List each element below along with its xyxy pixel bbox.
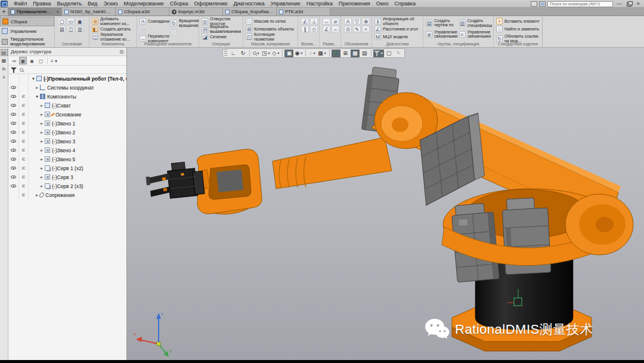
new-tab-button[interactable]: + bbox=[0, 8, 8, 16]
geometry-collection-button[interactable]: ◰ Коллекция геометрии bbox=[246, 33, 296, 41]
menu-select[interactable]: Выделить bbox=[54, 0, 85, 8]
render-style-icon[interactable]: ◉▼ bbox=[294, 50, 304, 57]
linear-dim-icon[interactable]: ↔ bbox=[323, 18, 330, 24]
angle-dim-icon[interactable]: ∠ bbox=[323, 26, 330, 32]
tree-structure-icon[interactable]: ▣ bbox=[19, 57, 27, 64]
move-xy-icon[interactable]: + bbox=[332, 50, 340, 57]
tree-row-mates[interactable]: Є ▸ Сопряжения bbox=[8, 190, 126, 199]
graphics-viewport[interactable]: ∟ ↻ ▼ ◳▼ ◇▼ ▣ ◉▼ ◌▼ ▦▼ + ⊞ ▩ ▤ ▼ ▢ ✎ bbox=[127, 48, 644, 363]
export-icon[interactable]: ▥ bbox=[76, 26, 83, 32]
ribbon-tab-assembly[interactable]: Сборка bbox=[0, 17, 54, 26]
scene-icon[interactable]: ▩ bbox=[351, 50, 360, 57]
expand-arrow-icon[interactable]: ▾ bbox=[35, 94, 39, 99]
app-logo-icon[interactable] bbox=[1, 1, 8, 7]
tree-display-icon[interactable]: ◉ bbox=[28, 57, 36, 64]
tree-row-link2[interactable]: Є ▸ (-)Звено 2 bbox=[8, 128, 126, 137]
eye-icon[interactable] bbox=[11, 122, 16, 125]
tree-row-link4[interactable]: Є ▸ (-)Звено 4 bbox=[8, 146, 126, 155]
wave-icon[interactable]: ≈ bbox=[362, 26, 370, 32]
include-icon[interactable]: Є bbox=[19, 190, 29, 199]
filter-icon[interactable] bbox=[11, 67, 17, 73]
eye-icon[interactable] bbox=[11, 184, 16, 187]
ribbon-tab-solid-modeling[interactable]: Твердотельное моделирование bbox=[0, 36, 54, 47]
manage-linked-specs-button[interactable]: ≡ Управление связанными с... bbox=[459, 29, 492, 40]
preview-icon[interactable]: ◫ bbox=[67, 26, 75, 32]
expand-arrow-icon[interactable]: ▸ bbox=[39, 175, 44, 180]
aux-parallel-icon[interactable]: ∥ bbox=[301, 26, 309, 32]
copy-icon[interactable]: ⊞ bbox=[341, 50, 350, 57]
clip-view-icon[interactable]: ▦▼ bbox=[317, 50, 327, 57]
object-info-button[interactable]: ℹ Информация об объекте bbox=[374, 17, 421, 25]
command-search-input[interactable] bbox=[547, 1, 613, 7]
tab-ht160[interactable]: ht160_6p_hsk40_est_... bbox=[62, 8, 116, 16]
eye-icon[interactable] bbox=[11, 95, 16, 98]
eye-icon[interactable] bbox=[11, 113, 16, 116]
expand-arrow-icon[interactable]: ▸ bbox=[39, 148, 44, 153]
tree-row-gripper[interactable]: Є ▸ (-)Схват bbox=[8, 101, 126, 110]
copy-objects-button[interactable]: ⊞ Копировать объекты bbox=[246, 25, 296, 33]
mirror-component-button[interactable]: ◫ Зеркальное отражение ко... bbox=[92, 33, 135, 41]
tolerance-icon[interactable]: ⊕ bbox=[362, 18, 370, 24]
aux-axis-icon[interactable]: ∠ bbox=[301, 18, 309, 24]
tree-filter-row[interactable] bbox=[8, 66, 126, 74]
distance-angle-button[interactable]: ∠ Расстояние и угол bbox=[374, 25, 421, 33]
eye-icon[interactable] bbox=[11, 86, 16, 89]
menu-help[interactable]: Справка bbox=[392, 0, 419, 8]
expand-arrow-icon[interactable]: ▸ bbox=[39, 157, 44, 162]
aux-point-icon[interactable]: ◇ bbox=[310, 26, 318, 32]
eye-icon[interactable] bbox=[11, 104, 16, 107]
ribbon-tab-management[interactable]: Управление bbox=[0, 26, 54, 36]
tab-rtk[interactable]: РТК.a3d bbox=[277, 8, 330, 16]
eye-icon[interactable] bbox=[11, 140, 16, 143]
gear-icon[interactable]: ⚙ bbox=[119, 49, 124, 55]
include-icon[interactable]: Є bbox=[19, 92, 29, 101]
relations-dropdown[interactable]: ≡ ▾ bbox=[50, 57, 58, 64]
grid-array-button[interactable]: ∷ Массив по сетке bbox=[246, 17, 296, 25]
eye-icon[interactable] bbox=[11, 167, 16, 170]
tree-row-servo1[interactable]: Є ▸ (-)Серв 1 (x2) bbox=[8, 164, 126, 173]
open-doc-icon[interactable]: ▭ bbox=[67, 18, 75, 24]
expand-arrow-icon[interactable]: ▸ bbox=[35, 85, 39, 90]
tab-korobka[interactable]: Сборка_КоробкаСк... bbox=[223, 8, 277, 16]
toolbar-drag-handle[interactable] bbox=[224, 50, 227, 57]
filter-icon[interactable]: ▼ bbox=[373, 50, 384, 57]
plane-icon[interactable]: ◇▼ bbox=[271, 50, 280, 57]
tree-row-robot-root[interactable]: ▾ (-)Промышленный робот (Тел-0, Сборочны… bbox=[8, 74, 126, 83]
tree-row-servo3[interactable]: Є ▸ (-)Серв 3 bbox=[8, 173, 126, 182]
leader-icon[interactable]: ✎ bbox=[353, 26, 361, 32]
eye-icon[interactable] bbox=[11, 176, 16, 179]
menu-window[interactable]: Окно bbox=[373, 0, 392, 8]
minimize-button[interactable]: — bbox=[615, 1, 624, 7]
add-component-button[interactable]: ⊞ Добавить компонент из... bbox=[92, 17, 135, 25]
include-icon[interactable]: Є bbox=[19, 110, 29, 119]
cut-extrude-button[interactable]: ⊟ Вырезать выдавливанием bbox=[202, 25, 241, 33]
orientation-icon[interactable]: ◳▼ bbox=[261, 50, 271, 57]
simple-hole-button[interactable]: ◎ Отверстие простое bbox=[202, 17, 241, 25]
tree-row-link3[interactable]: Є ▸ (-)Звено 3 bbox=[8, 137, 126, 146]
sheet-icon[interactable]: ▤ bbox=[360, 50, 369, 57]
expand-arrow-icon[interactable]: ▸ bbox=[39, 139, 44, 144]
text-note-icon[interactable]: A bbox=[344, 18, 352, 24]
datum-icon[interactable]: ▽ bbox=[353, 18, 361, 24]
csys-icon[interactable]: ∟ bbox=[229, 50, 238, 57]
include-icon[interactable]: Є bbox=[19, 101, 29, 110]
aux-plane-icon[interactable]: ⊥ bbox=[310, 18, 318, 24]
create-spec-button[interactable]: ▥ Создать спецификаци... bbox=[459, 17, 492, 29]
menu-layout[interactable]: Оформление bbox=[191, 0, 231, 8]
eye-icon[interactable] bbox=[11, 131, 16, 134]
menu-management[interactable]: Управление bbox=[268, 0, 304, 8]
save-icon[interactable]: ▣ bbox=[76, 18, 83, 24]
frame-select-icon[interactable]: ▢ bbox=[385, 50, 394, 57]
menu-sketch[interactable]: Эскиз bbox=[100, 0, 120, 8]
menu-modeling[interactable]: Моделирование bbox=[120, 0, 166, 8]
mass-properties-button[interactable]: M МЦХ модели bbox=[374, 33, 421, 41]
create-part-button[interactable]: ◧ Создать деталь bbox=[92, 25, 135, 33]
tree-extra-icon[interactable]: ▢ bbox=[37, 57, 45, 64]
include-icon[interactable]: Є bbox=[19, 155, 29, 164]
close-button[interactable]: × bbox=[634, 1, 643, 7]
tree-row-base[interactable]: Є ▸ Основание bbox=[8, 110, 126, 119]
menu-applications[interactable]: Приложения bbox=[336, 0, 373, 8]
include-icon[interactable]: Є bbox=[19, 119, 29, 128]
tree-row-servo2[interactable]: Є ▸ (-)Серв 2 (x3) bbox=[8, 182, 126, 190]
find-replace-button[interactable]: ◌ Найти и заменить bbox=[496, 25, 540, 33]
